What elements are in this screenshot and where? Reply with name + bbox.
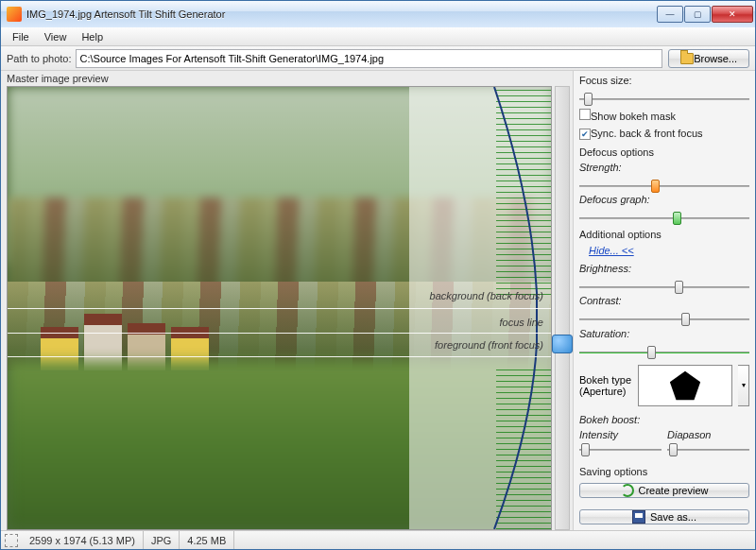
- bokeh-type-dropdown[interactable]: ▾: [738, 365, 749, 406]
- diapason-label: Diapason: [667, 429, 749, 440]
- bokeh-boost-label: Bokeh boost:: [579, 414, 749, 425]
- path-row: Path to photo: Browse...: [1, 46, 755, 71]
- preview-label: Master image preview: [7, 73, 573, 84]
- menu-view[interactable]: View: [37, 29, 75, 44]
- checkbox-icon: ✔: [579, 129, 591, 140]
- status-dimensions: 2599 x 1974 (5.13 MP): [22, 531, 144, 549]
- contrast-slider[interactable]: [579, 311, 749, 322]
- bokeh-aperture-preview: [638, 365, 732, 406]
- brightness-label: Brightness:: [579, 263, 749, 274]
- saturation-slider[interactable]: [579, 344, 749, 355]
- create-preview-button[interactable]: Create preview: [579, 483, 749, 498]
- contrast-label: Contrast:: [579, 295, 749, 306]
- hide-link[interactable]: Hide... <<: [589, 245, 749, 256]
- intensity-slider[interactable]: [579, 441, 662, 458]
- defocus-graph-slider[interactable]: [579, 210, 749, 221]
- focus-line[interactable]: [8, 333, 551, 334]
- browse-button[interactable]: Browse...: [668, 49, 749, 68]
- save-as-button[interactable]: Save as...: [579, 509, 749, 524]
- refresh-icon: [621, 484, 634, 497]
- defocus-graph-label: Defocus graph:: [579, 194, 749, 205]
- app-window: IMG_1974.jpg Artensoft Tilt Shift Genera…: [0, 0, 756, 550]
- image-preview[interactable]: background (back focus) focus line foreg…: [7, 86, 552, 530]
- path-input[interactable]: [76, 49, 663, 68]
- path-label: Path to photo:: [7, 53, 72, 64]
- save-icon: [632, 510, 645, 524]
- focus-position-thumb[interactable]: [552, 335, 573, 353]
- front-focus-line[interactable]: [8, 356, 551, 357]
- maximize-button[interactable]: ▢: [684, 6, 711, 23]
- controls-panel: Focus size: Show bokeh mask ✔Sync. back …: [573, 71, 755, 530]
- intensity-label: Intensity: [579, 429, 662, 440]
- focus-line-label: focus line: [500, 317, 543, 328]
- foreground-label: foreground (front focus): [435, 339, 543, 351]
- titlebar[interactable]: IMG_1974.jpg Artensoft Tilt Shift Genera…: [1, 1, 755, 27]
- sync-focus-checkbox[interactable]: ✔Sync. back & front focus: [579, 128, 749, 140]
- saturation-label: Saturation:: [579, 328, 749, 339]
- minimize-button[interactable]: —: [657, 6, 683, 23]
- focus-position-slider[interactable]: [555, 86, 570, 530]
- menu-help[interactable]: Help: [74, 29, 111, 44]
- background-label: background (back focus): [430, 290, 543, 301]
- checkbox-icon: [579, 109, 591, 120]
- strength-label: Strength:: [579, 162, 749, 173]
- folder-icon: [680, 53, 694, 64]
- diapason-slider[interactable]: [667, 441, 749, 458]
- defocus-header: Defocus options: [579, 146, 749, 158]
- saving-header: Saving options: [579, 466, 749, 477]
- additional-header: Additional options: [579, 229, 749, 240]
- focus-size-slider[interactable]: [579, 91, 749, 102]
- bokeh-type-label: Bokeh type (Aperture): [579, 374, 632, 397]
- statusbar: 2599 x 1974 (5.13 MP) JPG 4.25 MB: [1, 530, 755, 549]
- svg-marker-0: [670, 370, 700, 399]
- menubar: File View Help: [1, 27, 755, 46]
- brightness-slider[interactable]: [579, 279, 749, 290]
- status-filesize: 4.25 MB: [180, 531, 234, 549]
- close-button[interactable]: ✕: [712, 6, 753, 23]
- app-icon: [7, 7, 22, 22]
- status-format: JPG: [144, 531, 180, 549]
- window-title: IMG_1974.jpg Artensoft Tilt Shift Genera…: [26, 9, 657, 20]
- back-focus-line[interactable]: [8, 308, 551, 309]
- menu-file[interactable]: File: [5, 29, 37, 44]
- show-bokeh-checkbox[interactable]: Show bokeh mask: [579, 109, 749, 122]
- strength-slider[interactable]: [579, 178, 749, 189]
- focus-size-label: Focus size:: [579, 75, 749, 86]
- status-icon: [5, 534, 18, 547]
